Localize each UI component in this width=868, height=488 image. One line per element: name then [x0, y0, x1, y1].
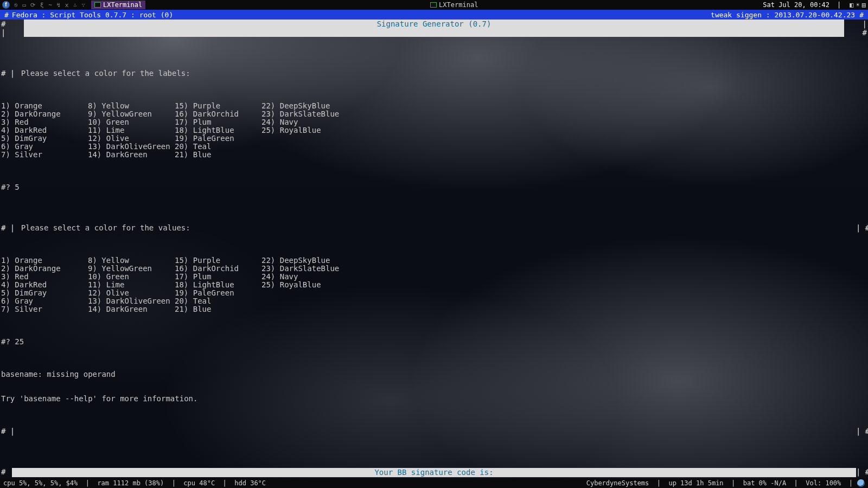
- gutter: # |: [0, 20, 12, 37]
- gutter-right: | #: [856, 468, 868, 477]
- terminal-icon: [94, 2, 101, 8]
- color-option-line: 2) DarkOrange9) YellowGreen16) DarkOrchi…: [0, 110, 868, 118]
- answer-2: #? 25: [0, 338, 868, 346]
- titlebar-hash-left: #: [1, 11, 12, 19]
- color-menu-row: 6) Gray13) DarkOliveGreen20) Teal: [0, 297, 868, 305]
- prompt-labels: Please select a color for the labels:: [12, 69, 868, 78]
- color-option-line: 1) Orange8) Yellow15) Purple22) DeepSkyB…: [0, 102, 868, 110]
- color-menu-row: 5) DimGray12) Olive19) PaleGreen: [0, 134, 868, 143]
- gutter: # |: [0, 427, 12, 435]
- color-menu-row: 7) Silver14) DarkGreen21) Blue: [0, 151, 868, 159]
- color-option-line: 6) Gray13) DarkOliveGreen20) Teal: [0, 297, 868, 305]
- color-menu-row: 4) DarkRed11) Lime18) LightBlue25) Royal…: [0, 281, 868, 289]
- top-taskbar: ⎋ ▭ ⟳ ξ ~ ↯ x ∴ ∵ LXTerminal LXTerminal …: [0, 0, 868, 10]
- color-option-line: 5) DimGray12) Olive19) PaleGreen: [0, 289, 868, 297]
- subtitle-row: # | Signature Generator (0.7) | #: [0, 20, 868, 37]
- terminal-titlebar[interactable]: # Fedora : Script Tools 0.7.7 : root (0)…: [0, 10, 868, 20]
- color-menu-row: 1) Orange8) Yellow15) Purple22) DeepSkyB…: [0, 102, 868, 110]
- color-option-line: 7) Silver14) DarkGreen21) Blue: [0, 305, 868, 313]
- terminal-window[interactable]: # Fedora : Script Tools 0.7.7 : root (0)…: [0, 10, 868, 488]
- color-menu-row: 3) Red10) Green17) Plum24) Navy: [0, 273, 868, 281]
- color-option-line: 6) Gray13) DarkOliveGreen20) Teal: [0, 143, 868, 151]
- gutter: # |: [0, 224, 12, 232]
- color-menu-row: 7) Silver14) DarkGreen21) Blue: [0, 305, 868, 313]
- clock[interactable]: Sat Jul 20, 00:42: [763, 1, 832, 9]
- systray-icon[interactable]: ◧: [850, 1, 853, 9]
- titlebar-title-right: tweak siggen : 2013.07.20-00.42.23: [711, 11, 856, 19]
- color-menu-row: 6) Gray13) DarkOliveGreen20) Teal: [0, 143, 868, 151]
- taskbar-app-lxterminal-2[interactable]: LXTerminal: [427, 1, 481, 9]
- color-option-line: 3) Red10) Green17) Plum24) Navy: [0, 118, 868, 126]
- color-menu-row: 2) DarkOrange9) YellowGreen16) DarkOrchi…: [0, 110, 868, 118]
- systray-icon[interactable]: ☀: [856, 1, 860, 9]
- status-right: CyberdyneSystems | up 13d 1h 5min | bat …: [586, 479, 853, 487]
- prompt-values: Please select a color for the values:: [12, 224, 856, 232]
- color-option-line: 7) Silver14) DarkGreen21) Blue: [0, 151, 868, 159]
- gutter-right: | #: [856, 427, 868, 435]
- taskbar-separator: |: [837, 1, 841, 9]
- bottom-statusbar: cpu 5%, 5%, 5%, $4% | ram 1112 mb (38%) …: [0, 478, 868, 488]
- systray[interactable]: ◧ ☀ ▤: [850, 1, 866, 9]
- color-option-line: 4) DarkRed11) Lime18) LightBlue25) Royal…: [0, 126, 868, 134]
- gutter-right: | #: [856, 224, 868, 232]
- globe-icon[interactable]: [857, 479, 865, 487]
- systray-icon[interactable]: ▤: [862, 1, 866, 9]
- color-menu-row: 3) Red10) Green17) Plum24) Navy: [0, 118, 868, 126]
- tray-glyphs: ⎋ ▭ ⟳ ξ ~ ↯ x ∴ ∵: [14, 2, 86, 9]
- color-menu-row: 2) DarkOrange9) YellowGreen16) DarkOrchi…: [0, 265, 868, 273]
- banner-bb: Your BB signature code is:: [12, 468, 856, 477]
- titlebar-hash-right: #: [856, 11, 867, 19]
- color-option-line: 2) DarkOrange9) YellowGreen16) DarkOrchi…: [0, 265, 868, 273]
- color-option-line: 4) DarkRed11) Lime18) LightBlue25) Royal…: [0, 281, 868, 289]
- color-menu-row: 5) DimGray12) Olive19) PaleGreen: [0, 289, 868, 297]
- color-option-line: 1) Orange8) Yellow15) Purple22) DeepSkyB…: [0, 256, 868, 265]
- fedora-menu-icon[interactable]: [2, 1, 10, 9]
- terminal-body[interactable]: # | Please select a color for the labels…: [0, 37, 868, 488]
- app-subtitle: Signature Generator (0.7): [24, 20, 844, 37]
- taskbar-app-label: LXTerminal: [103, 1, 142, 9]
- titlebar-title-left: Fedora : Script Tools 0.7.7 : root (0): [12, 11, 173, 19]
- error-line-1: basename: missing operand: [0, 370, 868, 378]
- color-option-line: 5) DimGray12) Olive19) PaleGreen: [0, 134, 868, 143]
- gutter: # |: [0, 69, 12, 78]
- terminal-icon: [430, 2, 437, 8]
- color-option-line: 3) Red10) Green17) Plum24) Navy: [0, 273, 868, 281]
- taskbar-app-lxterminal-1[interactable]: LXTerminal: [91, 1, 145, 9]
- status-left: cpu 5%, 5%, 5%, $4% | ram 1112 mb (38%) …: [3, 479, 266, 487]
- color-menu-row: 4) DarkRed11) Lime18) LightBlue25) Royal…: [0, 126, 868, 134]
- taskbar-app-label: LXTerminal: [439, 1, 478, 9]
- error-line-2: Try 'basename --help' for more informati…: [0, 395, 868, 403]
- gutter: # |: [0, 468, 12, 477]
- answer-1: #? 5: [0, 183, 868, 191]
- color-menu-row: 1) Orange8) Yellow15) Purple22) DeepSkyB…: [0, 256, 868, 265]
- gutter-right: | #: [856, 20, 868, 37]
